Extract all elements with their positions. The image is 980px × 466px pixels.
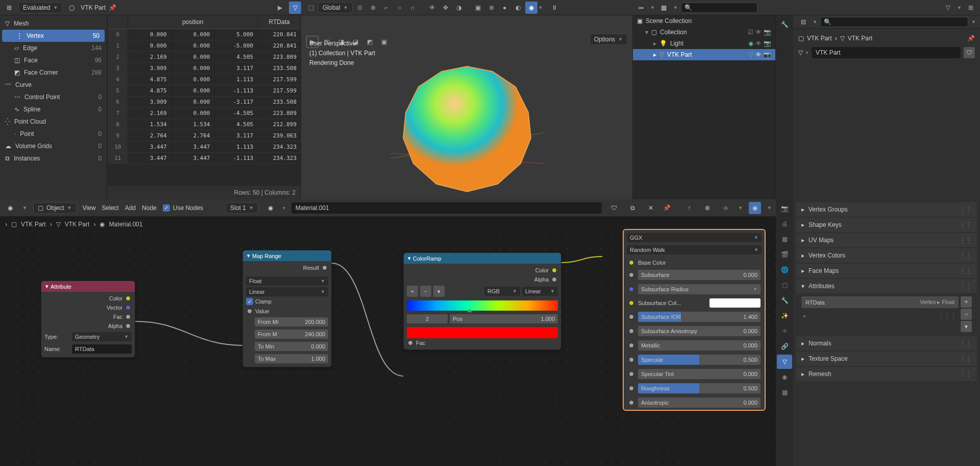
- chevron-down-icon[interactable]: ▾: [283, 205, 285, 211]
- domain-curve[interactable]: 〰Curve: [0, 79, 107, 91]
- datablock-name-field[interactable]: VTK Part: [812, 47, 961, 58]
- domain-facecorner[interactable]: ◩Face Corner288: [0, 66, 107, 79]
- grip-icon[interactable]: ⋮⋮: [960, 237, 972, 244]
- use-nodes-checkbox[interactable]: ✓: [163, 204, 170, 212]
- tab-material[interactable]: ◉: [777, 370, 792, 384]
- camera-icon[interactable]: 📷: [764, 51, 771, 58]
- dist-dropdown[interactable]: GGX▼: [627, 233, 762, 242]
- add-stop-icon[interactable]: +: [407, 286, 418, 297]
- grip-icon[interactable]: ⋮⋮: [960, 340, 972, 347]
- tab-particle[interactable]: ✨: [777, 309, 792, 323]
- select-extra-icon[interactable]: ▣: [378, 36, 390, 48]
- wireframe-icon[interactable]: ⊕: [485, 2, 498, 14]
- gizmo-icon[interactable]: ✥: [439, 2, 452, 14]
- orientation-dropdown[interactable]: Global ▼: [318, 2, 353, 13]
- viewport-options-dropdown[interactable]: Options ▼: [590, 34, 627, 45]
- menu-select[interactable]: Select: [102, 204, 118, 212]
- table-row[interactable]: 3 3.909 0.000 3.117 233.508: [107, 63, 301, 74]
- stop-index-field[interactable]: 2: [407, 314, 448, 323]
- panel-attributes[interactable]: ▾ Attributes ⋮⋮: [796, 279, 977, 293]
- disclosure-icon[interactable]: ▸: [653, 51, 656, 58]
- socket[interactable]: [629, 357, 634, 362]
- node-colorramp[interactable]: ▾ ColorRamp Color Alpha + − ▾ RGB▼ Linea…: [403, 252, 561, 350]
- tab-constraint[interactable]: 🔗: [777, 339, 792, 354]
- collapse-icon[interactable]: ▾: [408, 255, 411, 262]
- socket-fac[interactable]: [126, 314, 131, 319]
- snap-opts-icon[interactable]: ⌐: [380, 2, 393, 14]
- socket[interactable]: [629, 314, 634, 319]
- camera-icon[interactable]: 📷: [764, 40, 771, 47]
- color-ramp-gradient[interactable]: [407, 300, 558, 311]
- shading-caret-icon[interactable]: ▼: [538, 5, 543, 10]
- mesh-data-icon[interactable]: ▽: [749, 51, 753, 58]
- domain-controlpoint[interactable]: ⋯Control Point0: [0, 91, 107, 103]
- material-browse-icon[interactable]: ◉: [264, 202, 277, 214]
- tab-modifier[interactable]: 🔧: [777, 293, 792, 308]
- tab-world[interactable]: 🌐: [777, 263, 792, 277]
- chevron-down-icon[interactable]: ▼: [767, 205, 772, 211]
- tree-light[interactable]: ▸ 💡 Light ◉👁📷: [633, 38, 775, 49]
- table-row[interactable]: 7 2.169 0.000 -4.505 223.809: [107, 108, 301, 119]
- disclosure-icon[interactable]: ▸: [803, 312, 806, 319]
- interp-dropdown[interactable]: Linear▼: [246, 287, 328, 296]
- props-mode-icon[interactable]: ⊟: [797, 16, 810, 28]
- socket-basecolor[interactable]: [629, 260, 634, 265]
- panel-shape-keys[interactable]: ▸Shape Keys⋮⋮: [796, 218, 977, 232]
- socket-fac[interactable]: [408, 340, 413, 345]
- object-mode-dropdown[interactable]: ▢ Object ▼: [33, 202, 77, 214]
- shader-editor-icon[interactable]: ◉: [4, 202, 16, 214]
- socket[interactable]: [629, 329, 634, 334]
- camera-icon[interactable]: 📷: [764, 29, 771, 36]
- node-principled-bsdf[interactable]: GGX▼ Random Walk▼ Base Color Subsurface0…: [623, 229, 766, 411]
- socket[interactable]: [629, 400, 634, 405]
- spreadsheet-editor-icon[interactable]: ⊞: [3, 2, 15, 14]
- collapse-icon[interactable]: ▾: [45, 283, 48, 290]
- color-swatch[interactable]: [709, 298, 761, 308]
- add-attr-button[interactable]: +: [961, 296, 972, 308]
- domain-face[interactable]: ◫Face96: [0, 54, 107, 66]
- clamp-checkbox[interactable]: ✓: [246, 298, 253, 305]
- tab-objectdata[interactable]: ▽: [777, 355, 792, 369]
- table-row[interactable]: 8 1.534 1.534 4.505 212.899: [107, 119, 301, 130]
- panel-texture-space[interactable]: ▸Texture Space⋮⋮: [796, 352, 977, 366]
- filter-icon[interactable]: ▽: [289, 2, 301, 14]
- from-max-field[interactable]: From M240.000: [255, 330, 328, 339]
- chevron-down-icon[interactable]: ▼: [738, 205, 743, 211]
- slot-dropdown[interactable]: Slot 1 ▼: [226, 202, 258, 214]
- proportional-icon[interactable]: ○: [394, 2, 406, 14]
- slider-Specular Tint[interactable]: Specular Tint0.000: [638, 369, 761, 379]
- to-min-field[interactable]: To Min0.000: [255, 342, 328, 351]
- slider-Metallic[interactable]: Metallic0.000: [638, 340, 761, 351]
- socket-value[interactable]: [247, 309, 252, 314]
- table-row[interactable]: 6 3.909 0.000 -3.117 233.508: [107, 97, 301, 108]
- pivot-icon[interactable]: ⊙: [354, 2, 366, 14]
- attr-name-field[interactable]: RTData: [72, 344, 132, 354]
- fake-user-icon[interactable]: 🛡: [608, 202, 620, 214]
- table-row[interactable]: 9 2.764 2.764 3.117 239.063: [107, 130, 301, 142]
- panel-face-maps[interactable]: ▸Face Maps⋮⋮: [796, 264, 977, 278]
- domain-spline[interactable]: ∿Spline0: [0, 103, 107, 115]
- slider-Subsurface Radius[interactable]: Subsurface Radius▼: [638, 284, 761, 294]
- domain-edge[interactable]: ▱Edge144: [0, 42, 107, 54]
- panel-vertex-colors[interactable]: ▸Vertex Colors⋮⋮: [796, 248, 977, 263]
- solid-icon[interactable]: ●: [499, 2, 511, 14]
- light-data-icon[interactable]: ◉: [748, 40, 753, 47]
- visibility-icon[interactable]: 👁: [426, 2, 438, 14]
- table-row[interactable]: 11 3.447 3.447 -1.113 234.323: [107, 153, 301, 164]
- panel-vertex-groups[interactable]: ▸Vertex Groups⋮⋮: [796, 202, 977, 217]
- table-row[interactable]: 2 2.169 0.000 4.505 223.809: [107, 52, 301, 63]
- tools-icon[interactable]: ▾: [433, 286, 445, 297]
- grip-icon[interactable]: ⋮⋮: [960, 370, 972, 378]
- domain-vertex[interactable]: ⋮Vertex50: [2, 30, 105, 42]
- filter-icon[interactable]: ▽: [942, 2, 954, 14]
- panel-uv-maps[interactable]: ▸UV Maps⋮⋮: [796, 233, 977, 247]
- datatype-dropdown[interactable]: Float▼: [246, 276, 328, 286]
- tab-physics[interactable]: ⚛: [777, 324, 792, 338]
- matprev-icon[interactable]: ◐: [512, 2, 524, 14]
- chevron-down-icon[interactable]: ▼: [650, 5, 655, 10]
- snap-icon[interactable]: ⊕: [701, 202, 714, 214]
- remove-stop-icon[interactable]: −: [420, 286, 431, 297]
- socket[interactable]: [629, 272, 634, 277]
- falloff-icon[interactable]: ∩: [407, 2, 419, 14]
- menu-add[interactable]: Add: [125, 204, 136, 212]
